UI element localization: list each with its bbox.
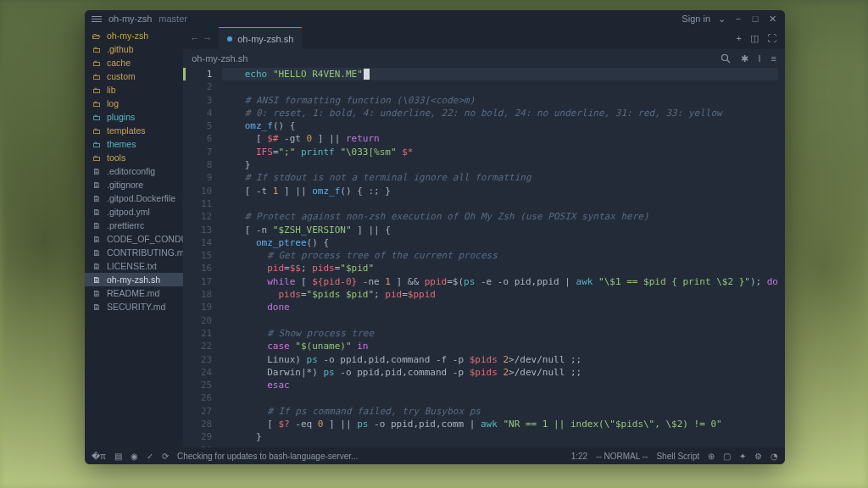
person-icon[interactable]: ◉ <box>131 452 138 461</box>
sidebar-item[interactable]: 🗎oh-my-zsh.sh <box>85 273 183 286</box>
copilot-icon[interactable]: ⊕ <box>708 452 715 461</box>
code-line[interactable]: # If ps command failed, try Busybox ps <box>222 405 778 418</box>
sidebar-item[interactable]: 🗎.editorconfig <box>85 164 183 178</box>
fullscreen-icon[interactable]: ⛶ <box>767 33 776 44</box>
gear-icon[interactable]: ⚙ <box>754 452 762 461</box>
line-number: 2 <box>183 80 212 93</box>
panel-terminal-icon[interactable]: ▤ <box>114 452 122 461</box>
modified-dot-icon <box>227 36 232 42</box>
line-number: 4 <box>183 107 212 119</box>
sidebar-item[interactable]: 🗀themes <box>85 137 183 151</box>
sidebar-item[interactable]: 🗎CODE_OF_CONDUCT.md <box>85 232 183 246</box>
split-icon[interactable]: ◫ <box>750 33 759 44</box>
line-number: 24 <box>183 366 212 379</box>
code-line[interactable]: Darwin|*) ps -o ppid,pid,command -p $pid… <box>222 366 778 379</box>
sync-icon[interactable]: ⟳ <box>162 452 169 461</box>
sidebar-item-label: SECURITY.md <box>107 302 165 312</box>
sidebar-item[interactable]: 🗎LICENSE.txt <box>85 259 183 273</box>
file-icon: 🗎 <box>92 194 102 203</box>
code-line[interactable]: # 0: reset, 1: bold, 4: underline, 22: n… <box>222 107 778 119</box>
minimize-icon[interactable]: − <box>732 13 744 25</box>
code-line[interactable]: esac <box>222 379 778 391</box>
code-line[interactable]: # Protect against non-zsh execution of O… <box>222 210 778 223</box>
project-name: oh-my-zsh <box>108 14 152 24</box>
signin-link[interactable]: Sign in <box>682 14 710 24</box>
sidebar-item[interactable]: 🗀plugins <box>85 110 183 124</box>
extensions-icon[interactable]: ✦ <box>739 452 746 461</box>
code-line[interactable] <box>222 80 778 93</box>
close-icon[interactable]: ✕ <box>766 13 778 25</box>
sidebar-item[interactable]: 🗀tools <box>85 151 183 164</box>
code-line[interactable] <box>222 197 778 210</box>
sidebar-item[interactable]: 🗎.prettierrc <box>85 219 183 232</box>
sidebar-item[interactable]: 🗁oh-my-zsh <box>85 29 183 42</box>
code-editor[interactable]: 1234567891011121314151617181920212223242… <box>183 68 785 447</box>
cursor-position[interactable]: 1:22 <box>571 452 587 461</box>
line-number: 9 <box>183 171 212 184</box>
file-icon: 🗎 <box>92 275 102 285</box>
file-explorer[interactable]: 🗁oh-my-zsh🗀.github🗀cache🗀custom🗀lib🗀log🗀… <box>85 27 183 447</box>
line-number: 23 <box>183 353 212 366</box>
code-line[interactable]: case "$(uname)" in <box>222 340 778 352</box>
code-line[interactable]: [ $? -eq 0 ] || ps -o ppid,pid,comm | aw… <box>222 418 778 430</box>
code-line[interactable]: done <box>222 301 778 313</box>
bell-icon[interactable]: ◔ <box>771 452 778 461</box>
code-line[interactable] <box>222 391 778 404</box>
code-line[interactable]: omz_ptree() { <box>222 236 778 249</box>
code-line[interactable]: # If stdout is not a terminal ignore all… <box>222 171 778 184</box>
sidebar-item[interactable]: 🗀log <box>85 97 183 110</box>
maximize-icon[interactable]: □ <box>749 13 761 25</box>
nav-forward-icon[interactable]: → <box>203 33 212 43</box>
sidebar-item-label: LICENSE.txt <box>107 261 157 271</box>
code-line[interactable]: echo "HELLO R4VEN.ME" <box>222 68 778 80</box>
folder-icon: 🗀 <box>92 153 102 163</box>
code-line[interactable]: [ -n "$ZSH_VERSION" ] || { <box>222 224 778 236</box>
code-line[interactable]: [ -t 1 ] || omz_f() { :; } <box>222 185 778 197</box>
code-line[interactable]: pid=$$; pids="$pid" <box>222 262 778 274</box>
code-line[interactable]: Linux) ps -o ppid,pid,command -f -p $pid… <box>222 353 778 366</box>
sidebar-item[interactable]: 🗀lib <box>85 83 183 97</box>
code-line[interactable]: omz_f() { <box>222 119 778 132</box>
file-type[interactable]: Shell Script <box>656 452 699 461</box>
sidebar-item[interactable]: 🗀.github <box>85 42 183 56</box>
breadcrumb-path[interactable]: oh-my-zsh.sh <box>192 53 248 64</box>
sidebar-item[interactable]: 🗎.gitignore <box>85 178 183 191</box>
file-icon: 🗎 <box>92 208 102 217</box>
sidebar-item[interactable]: 🗎.gitpod.Dockerfile <box>85 191 183 205</box>
code-line[interactable]: # Show process tree <box>222 327 778 340</box>
cursor-icon[interactable]: I <box>759 53 761 64</box>
sidebar-item-label: CODE_OF_CONDUCT.md <box>107 234 183 244</box>
regex-icon[interactable]: ✱ <box>741 53 748 64</box>
code-line[interactable]: } <box>222 158 778 171</box>
code-line[interactable]: while [ ${pid-0} -ne 1 ] && ppid=$(ps -e… <box>222 275 778 288</box>
sidebar-item[interactable]: 🗎CONTRIBUTING.md <box>85 246 183 259</box>
sidebar-item-label: plugins <box>107 112 135 122</box>
tab-active[interactable]: oh-my-zsh.sh <box>219 27 302 49</box>
code-line[interactable]: # Get process tree of the current proces… <box>222 249 778 262</box>
breadcrumb-bar: oh-my-zsh.sh ✱ I ≡ <box>183 49 785 68</box>
hamburger-icon[interactable] <box>92 16 102 22</box>
status-message: Checking for updates to bash-language-se… <box>177 452 358 461</box>
code-line[interactable]: pids="$pids $pid"; pid=$ppid <box>222 288 778 301</box>
panel-outline-icon[interactable]: �π <box>92 452 106 461</box>
chevron-down-icon[interactable]: ⌄ <box>715 13 727 25</box>
sidebar-item[interactable]: 🗀templates <box>85 124 183 137</box>
sidebar-item[interactable]: 🗀custom <box>85 69 183 83</box>
add-tab-icon[interactable]: + <box>737 33 742 44</box>
sidebar-item-label: lib <box>107 85 116 95</box>
sidebar-item[interactable]: 🗎README.md <box>85 286 183 300</box>
settings-icon[interactable]: ≡ <box>771 53 776 64</box>
code-line[interactable]: # ANSI formatting function (\033[<code>m… <box>222 94 778 107</box>
search-icon[interactable] <box>721 53 731 64</box>
sidebar-item[interactable]: 🗎SECURITY.md <box>85 300 183 313</box>
code-line[interactable]: } <box>222 430 778 443</box>
code-line[interactable] <box>222 314 778 327</box>
nav-back-icon[interactable]: ← <box>190 33 199 43</box>
code-line[interactable]: [ $# -gt 0 ] || return <box>222 132 778 145</box>
sidebar-item-label: .gitpod.Dockerfile <box>107 193 175 203</box>
code-line[interactable]: IFS=";" printf "\033[%sm" $* <box>222 146 778 158</box>
check-icon[interactable]: ✓ <box>147 452 153 461</box>
sidebar-item[interactable]: 🗀cache <box>85 56 183 69</box>
screen-icon[interactable]: ▢ <box>723 452 731 461</box>
sidebar-item[interactable]: 🗎.gitpod.yml <box>85 205 183 219</box>
